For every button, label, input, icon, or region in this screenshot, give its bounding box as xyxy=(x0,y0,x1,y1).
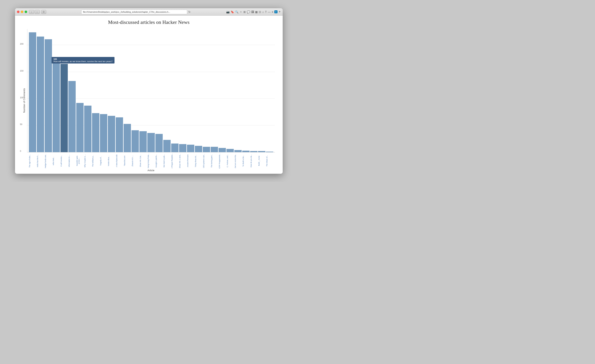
camera-icon[interactable]: 📷 xyxy=(226,10,230,14)
back-button[interactable]: ‹ xyxy=(29,10,34,14)
address-bar[interactable]: file:///Users/eric/Desktop/pcc_work/pcc_… xyxy=(81,10,187,14)
y-tick-label: 200 xyxy=(20,43,23,45)
bar-wrapper xyxy=(258,29,265,152)
reload-button[interactable]: ↻ xyxy=(188,10,191,14)
crop-icon[interactable]: ⊡ xyxy=(259,10,261,14)
y-tick-label: 150 xyxy=(20,70,23,72)
x-axis-label: The age of elec... xyxy=(29,153,36,169)
x-axis-label: Old systems can... xyxy=(203,153,210,169)
home-icon[interactable]: ⌂ xyxy=(262,10,264,14)
bar-wrapper xyxy=(195,29,202,152)
bar[interactable] xyxy=(211,147,218,152)
bar-wrapper xyxy=(187,29,194,152)
bar[interactable] xyxy=(147,133,155,152)
bookmark-icon[interactable]: 🔖 xyxy=(231,10,234,14)
x-axis-label: ICFP Programmin... xyxy=(219,153,226,169)
bar[interactable] xyxy=(132,130,139,152)
bar[interactable] xyxy=(108,116,115,152)
x-axis-label: Swedish gets protec... xyxy=(76,153,83,169)
text-icon[interactable]: T xyxy=(265,10,267,14)
x-axis-label: To Build a Be... xyxy=(242,153,249,169)
x-axis-labels: The age of elec...India has the h...Hedg… xyxy=(27,153,275,169)
bar[interactable] xyxy=(68,81,76,152)
bar[interactable] xyxy=(76,103,84,152)
tooltip-value: 165 xyxy=(53,58,113,60)
bar[interactable] xyxy=(250,151,257,152)
tooltip-text: How will movies, as we know them, surviv… xyxy=(53,60,113,62)
bar[interactable] xyxy=(187,145,194,152)
x-axis-label: A Rogue Raspber... xyxy=(171,153,178,169)
x-axis-label: Hong Kong Prote... xyxy=(147,153,155,169)
y-axis-label: Number of Comments xyxy=(23,29,26,172)
bar[interactable] xyxy=(156,134,163,152)
bar[interactable] xyxy=(203,147,210,152)
bar[interactable] xyxy=(53,62,60,152)
x-axis-label: Thirty-three Mi... xyxy=(195,153,202,169)
bar[interactable] xyxy=(124,124,131,152)
table-icon[interactable]: ▦ xyxy=(255,10,258,14)
bar[interactable] xyxy=(100,114,107,152)
bar[interactable] xyxy=(179,144,186,152)
x-axis-label: Ancient Romans xyxy=(187,153,194,169)
x-axis-title: Article xyxy=(27,169,275,172)
bar[interactable] xyxy=(258,151,265,152)
lines-icon[interactable]: ≡ xyxy=(272,10,273,14)
bar[interactable] xyxy=(163,140,171,152)
bar[interactable] xyxy=(139,131,147,152)
nav-buttons: ‹ › xyxy=(29,10,40,14)
browser-window: ‹ › ⊡ file:///Users/eric/Desktop/pcc_wor… xyxy=(15,8,283,174)
plus-icon[interactable]: ＋ xyxy=(240,10,242,14)
x-axis-label: We tried to pub... xyxy=(163,153,170,169)
close-button[interactable] xyxy=(17,11,20,13)
bar[interactable] xyxy=(116,117,123,152)
bar-wrapper xyxy=(84,29,92,152)
linkedin-icon[interactable]: in xyxy=(274,10,277,13)
bars-container: 165How will movies, as we know them, sur… xyxy=(27,29,275,152)
bar[interactable]: 165How will movies, as we know them, sur… xyxy=(60,64,68,152)
bar-wrapper xyxy=(156,29,163,152)
bar[interactable] xyxy=(219,148,226,152)
add-tab-icon[interactable]: + xyxy=(279,10,281,14)
reader-button[interactable]: ⊡ xyxy=(41,10,46,14)
comment-icon[interactable]: 💬 xyxy=(247,10,250,14)
bar-wrapper xyxy=(219,29,226,152)
url-text: file:///Users/eric/Desktop/pcc_work/pcc_… xyxy=(83,11,170,13)
chart-inner: Number of Comments 050100150200165How wi… xyxy=(23,29,275,172)
bar[interactable] xyxy=(242,151,249,152)
forward-button[interactable]: › xyxy=(35,10,40,14)
maximize-button[interactable] xyxy=(25,11,27,13)
x-axis-label: A New Bytecode xyxy=(116,153,123,169)
minimize-button[interactable] xyxy=(21,11,23,13)
bar[interactable] xyxy=(195,146,202,152)
grid-icon[interactable]: ⊞ xyxy=(243,10,246,14)
bar-wrapper xyxy=(139,29,147,152)
bar[interactable] xyxy=(266,151,273,152)
bar[interactable] xyxy=(92,113,99,152)
x-axis-label: The Wave of... xyxy=(266,153,273,169)
x-axis-label: Google's painfu... xyxy=(155,153,163,169)
page-content: Most-discussed articles on Hacker News N… xyxy=(15,16,283,174)
bar[interactable] xyxy=(171,144,178,152)
bar[interactable] xyxy=(84,106,92,152)
x-axis-label: Hedge funds use... xyxy=(44,153,52,169)
bar-wrapper: 165How will movies, as we know them, sur… xyxy=(60,29,68,152)
bar[interactable] xyxy=(37,37,44,152)
bar-wrapper xyxy=(29,29,36,152)
bar-wrapper xyxy=(250,29,257,152)
bar[interactable] xyxy=(227,149,234,152)
x-axis-label: Information is ... xyxy=(68,153,76,169)
x-axis-label: Get an Acme Kle... xyxy=(234,153,242,169)
x-axis-label: H will movies... xyxy=(60,153,68,169)
bar-wrapper xyxy=(266,29,273,152)
bar[interactable] xyxy=(234,150,242,152)
minus-icon[interactable]: — xyxy=(268,10,270,14)
bar-wrapper xyxy=(163,29,171,152)
bar[interactable] xyxy=(45,39,52,152)
image-icon[interactable]: 🖼 xyxy=(251,10,254,14)
y-tick-label: 0 xyxy=(20,150,21,152)
x-axis-label: YinMin Blue... xyxy=(108,153,115,169)
bar[interactable] xyxy=(29,32,36,152)
gridlines-and-bars: 050100150200165How will movies, as we kn… xyxy=(27,29,275,152)
address-bar-container: file:///Users/eric/Desktop/pcc_work/pcc_… xyxy=(48,10,224,14)
zoom-icon[interactable]: 🔍 xyxy=(235,10,238,14)
